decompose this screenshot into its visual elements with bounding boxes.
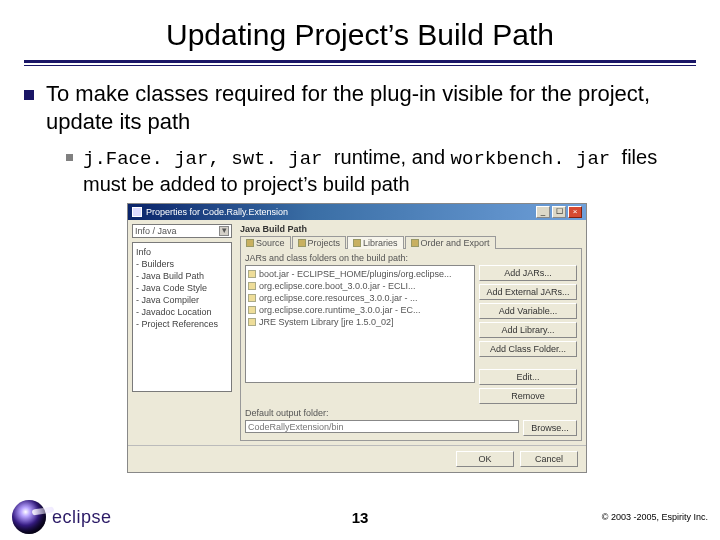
jar-icon [248, 282, 256, 290]
bullet-level-1-text: To make classes required for the plug-in… [46, 80, 690, 135]
page-number: 13 [0, 509, 720, 526]
tree-item[interactable]: - Project References [136, 318, 228, 330]
maximize-button[interactable]: ☐ [552, 206, 566, 218]
jar-list[interactable]: boot.jar - ECLIPSE_HOME/plugins/org.ecli… [245, 265, 475, 383]
edit-button[interactable]: Edit... [479, 369, 577, 385]
add-variable-button[interactable]: Add Variable... [479, 303, 577, 319]
tree-item[interactable]: - Builders [136, 258, 228, 270]
properties-dialog: Properties for Code.Rally.Extension _ ☐ … [127, 203, 587, 473]
tree-item[interactable]: - Java Build Path [136, 270, 228, 282]
list-item-label: org.eclipse.core.resources_3.0.0.jar - .… [259, 292, 418, 304]
filter-combo[interactable]: Info / Java ▾ [132, 224, 232, 238]
list-item[interactable]: boot.jar - ECLIPSE_HOME/plugins/org.ecli… [248, 268, 472, 280]
cancel-button[interactable]: Cancel [520, 451, 578, 467]
chevron-down-icon: ▾ [219, 226, 229, 236]
tab-pane-libraries: JARs and class folders on the build path… [240, 248, 582, 441]
bullet-subsquare-icon [66, 154, 73, 161]
add-class-folder-button[interactable]: Add Class Folder... [479, 341, 577, 357]
panel-heading: Java Build Path [240, 224, 582, 234]
bullet-square-icon [24, 90, 34, 100]
add-external-jars-button[interactable]: Add External JARs... [479, 284, 577, 300]
add-jars-button[interactable]: Add JARs... [479, 265, 577, 281]
code-text-1: j.Face. jar, swt. jar [83, 148, 334, 170]
list-item[interactable]: JRE System Library [jre 1.5.0_02] [248, 316, 472, 328]
tree-item[interactable]: - Java Compiler [136, 294, 228, 306]
dialog-icon [132, 207, 142, 217]
tab-label: Source [256, 238, 285, 248]
code-text-2: workbench. jar [451, 148, 622, 170]
category-tree[interactable]: Info - Builders - Java Build Path - Java… [132, 242, 232, 392]
add-library-button[interactable]: Add Library... [479, 322, 577, 338]
tree-item[interactable]: - Java Code Style [136, 282, 228, 294]
plain-text-1: runtime, and [334, 146, 451, 168]
list-item[interactable]: org.eclipse.core.resources_3.0.0.jar - .… [248, 292, 472, 304]
jar-icon [248, 318, 256, 326]
list-item[interactable]: org.eclipse.core.boot_3.0.0.jar - ECLI..… [248, 280, 472, 292]
bullet-level-2-text: j.Face. jar, swt. jar runtime, and workb… [83, 145, 690, 197]
tree-item[interactable]: - Javadoc Location [136, 306, 228, 318]
tab-projects[interactable]: Projects [292, 236, 347, 249]
list-item-label: boot.jar - ECLIPSE_HOME/plugins/org.ecli… [259, 268, 452, 280]
list-item-label: org.eclipse.core.boot_3.0.0.jar - ECLI..… [259, 280, 416, 292]
browse-button[interactable]: Browse... [523, 420, 577, 436]
tab-label: Order and Export [421, 238, 490, 248]
list-label: JARs and class folders on the build path… [245, 253, 577, 263]
dialog-title: Properties for Code.Rally.Extension [146, 207, 288, 217]
jar-icon [248, 306, 256, 314]
remove-button[interactable]: Remove [479, 388, 577, 404]
jar-icon [248, 294, 256, 302]
tab-order-export[interactable]: Order and Export [405, 236, 496, 249]
folder-icon [353, 239, 361, 247]
tab-libraries[interactable]: Libraries [347, 236, 404, 249]
tree-item[interactable]: Info [136, 246, 228, 258]
default-output-label: Default output folder: [245, 408, 577, 418]
ok-button[interactable]: OK [456, 451, 514, 467]
folder-icon [411, 239, 419, 247]
title-underline [24, 60, 696, 63]
folder-icon [298, 239, 306, 247]
dialog-titlebar: Properties for Code.Rally.Extension _ ☐ … [128, 204, 586, 220]
folder-icon [246, 239, 254, 247]
tab-label: Projects [308, 238, 341, 248]
slide-title: Updating Project’s Build Path [0, 0, 720, 60]
list-item-label: org.eclipse.core.runtime_3.0.0.jar - EC.… [259, 304, 421, 316]
tab-source[interactable]: Source [240, 236, 291, 249]
close-button[interactable]: × [568, 206, 582, 218]
list-item[interactable]: org.eclipse.core.runtime_3.0.0.jar - EC.… [248, 304, 472, 316]
bullet-level-2: j.Face. jar, swt. jar runtime, and workb… [66, 145, 690, 197]
jar-icon [248, 270, 256, 278]
bullet-level-1: To make classes required for the plug-in… [24, 80, 690, 135]
default-output-input[interactable]: CodeRallyExtension/bin [245, 420, 519, 433]
filter-combo-value: Info / Java [135, 226, 177, 236]
minimize-button[interactable]: _ [536, 206, 550, 218]
list-item-label: JRE System Library [jre 1.5.0_02] [259, 316, 394, 328]
tab-label: Libraries [363, 238, 398, 248]
